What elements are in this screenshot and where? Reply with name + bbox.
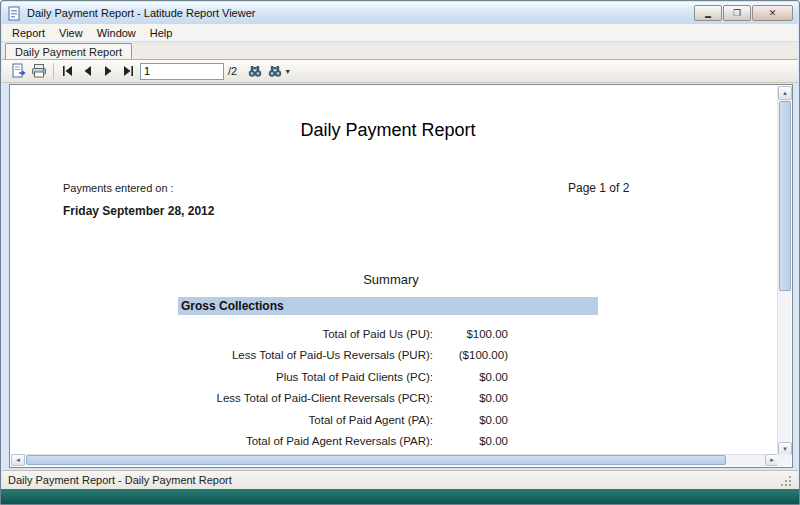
menu-report[interactable]: Report bbox=[5, 25, 52, 41]
tab-strip: Daily Payment Report bbox=[2, 43, 798, 59]
print-button[interactable] bbox=[29, 61, 49, 81]
report-viewport: Daily Payment Report Payments entered on… bbox=[9, 84, 793, 468]
maximize-button[interactable]: ❐ bbox=[723, 5, 751, 21]
scrollbar-corner bbox=[777, 454, 791, 466]
horizontal-scroll-thumb[interactable] bbox=[26, 455, 726, 465]
next-page-icon bbox=[102, 65, 114, 77]
row-label: Total of Paid Us (PU): bbox=[178, 328, 433, 340]
row-label: Plus Total of Paid Clients (PC): bbox=[178, 371, 433, 383]
titlebar[interactable]: Daily Payment Report - Latitude Report V… bbox=[2, 2, 798, 24]
menu-window[interactable]: Window bbox=[90, 25, 143, 41]
page-info: Page 1 of 2 bbox=[568, 181, 629, 195]
payments-entered-label: Payments entered on : bbox=[63, 182, 174, 194]
maximize-icon: ❐ bbox=[733, 9, 741, 18]
print-icon bbox=[31, 63, 47, 79]
row-value: $100.00 bbox=[433, 328, 508, 340]
vertical-scroll-thumb[interactable] bbox=[779, 101, 791, 291]
row-label: Total of Paid Agent Reversals (PAR): bbox=[178, 435, 433, 447]
window-title: Daily Payment Report - Latitude Report V… bbox=[27, 7, 255, 19]
minimize-button[interactable]: ▬ bbox=[694, 5, 722, 21]
section-header-gross-collections: Gross Collections bbox=[178, 297, 598, 315]
row-label: Less Total of Paid-Us Reversals (PUR): bbox=[178, 349, 433, 361]
scroll-up-button[interactable]: ▲ bbox=[778, 86, 792, 100]
row-label: Total of Paid Agent (PA): bbox=[178, 414, 433, 426]
previous-page-icon bbox=[82, 65, 94, 77]
export-button[interactable] bbox=[9, 61, 29, 81]
row-label: Less Total of Paid-Client Reversals (PCR… bbox=[178, 392, 433, 404]
toolbar: /2 ▼ bbox=[2, 59, 798, 83]
page-number-input[interactable] bbox=[140, 63, 224, 80]
report-title: Daily Payment Report bbox=[11, 120, 765, 141]
find-button[interactable] bbox=[245, 61, 265, 81]
horizontal-scrollbar[interactable]: ◄ ► bbox=[11, 454, 779, 466]
table-row: Total of Paid Agent Reversals (PAR): $0.… bbox=[178, 431, 598, 453]
summary-rows: Total of Paid Us (PU): $100.00 Less Tota… bbox=[178, 315, 598, 456]
summary-table: Gross Collections Total of Paid Us (PU):… bbox=[178, 297, 598, 456]
page-count-label: /2 bbox=[228, 65, 237, 77]
next-page-button[interactable] bbox=[98, 61, 118, 81]
find-next-icon bbox=[267, 63, 283, 79]
previous-page-button[interactable] bbox=[78, 61, 98, 81]
find-icon bbox=[247, 63, 263, 79]
close-button[interactable]: ✕ bbox=[752, 5, 793, 21]
resize-grip-icon[interactable] bbox=[779, 474, 792, 487]
row-value: ($100.00) bbox=[433, 349, 508, 361]
row-value: $0.00 bbox=[433, 414, 508, 426]
row-value: $0.00 bbox=[433, 435, 508, 447]
bottom-edge-strip bbox=[1, 489, 799, 504]
minimize-icon: ▬ bbox=[705, 13, 711, 19]
window-controls: ▬ ❐ ✕ bbox=[693, 5, 793, 21]
table-row: Less Total of Paid-Us Reversals (PUR): (… bbox=[178, 345, 598, 367]
menu-view[interactable]: View bbox=[52, 25, 90, 41]
close-icon: ✕ bbox=[769, 9, 777, 18]
last-page-icon bbox=[122, 65, 134, 77]
last-page-button[interactable] bbox=[118, 61, 138, 81]
summary-heading: Summary bbox=[11, 272, 771, 287]
status-text: Daily Payment Report - Daily Payment Rep… bbox=[8, 474, 232, 486]
payments-entered-date: Friday September 28, 2012 bbox=[63, 204, 214, 218]
menu-bar: Report View Window Help bbox=[2, 24, 798, 42]
chevron-down-icon: ▼ bbox=[284, 68, 291, 75]
scroll-left-button[interactable]: ◄ bbox=[11, 454, 25, 466]
status-bar: Daily Payment Report - Daily Payment Rep… bbox=[2, 470, 798, 489]
report-viewer-window: Daily Payment Report - Latitude Report V… bbox=[0, 0, 800, 505]
menu-help[interactable]: Help bbox=[143, 25, 180, 41]
first-page-button[interactable] bbox=[58, 61, 78, 81]
vertical-scrollbar[interactable]: ▲ ▼ bbox=[777, 86, 791, 456]
row-value: $0.00 bbox=[433, 392, 508, 404]
table-row: Total of Paid Us (PU): $100.00 bbox=[178, 323, 598, 345]
first-page-icon bbox=[62, 65, 74, 77]
table-row: Total of Paid Agent (PA): $0.00 bbox=[178, 409, 598, 431]
toolbar-separator bbox=[53, 63, 54, 79]
tab-daily-payment-report[interactable]: Daily Payment Report bbox=[5, 43, 132, 59]
report-page: Daily Payment Report Payments entered on… bbox=[11, 86, 779, 456]
table-row: Plus Total of Paid Clients (PC): $0.00 bbox=[178, 366, 598, 388]
find-next-button[interactable]: ▼ bbox=[265, 61, 293, 81]
row-value: $0.00 bbox=[433, 371, 508, 383]
app-icon bbox=[7, 6, 22, 21]
export-icon bbox=[11, 63, 27, 79]
table-row: Less Total of Paid-Client Reversals (PCR… bbox=[178, 388, 598, 410]
